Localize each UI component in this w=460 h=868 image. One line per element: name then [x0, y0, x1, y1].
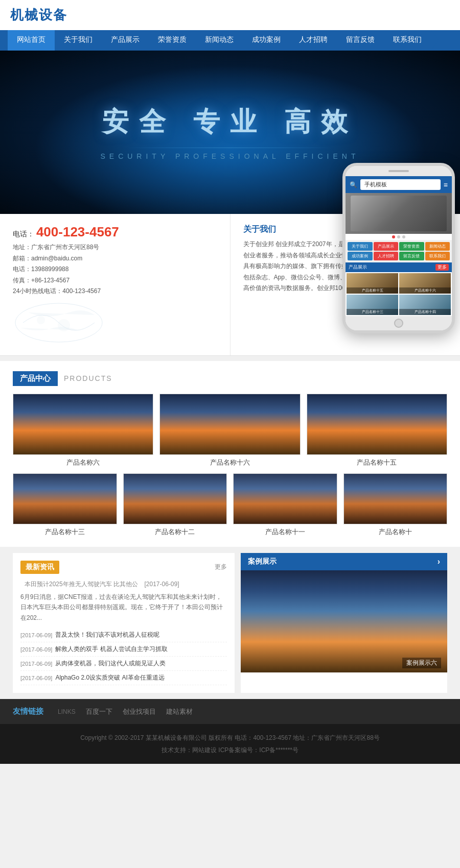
mobile-nav-honors[interactable]: 荣誉资质	[399, 242, 424, 251]
mobile-mockup: 🔍 手机模板 ≡ 关于我们 产品展示 荣誉资质 新闻动态 成功案例 人才招聘 留…	[342, 163, 455, 333]
footer-links-title-en: LINKS	[58, 708, 76, 715]
phone-label: 电话： 400-123-4567	[13, 224, 217, 240]
news-list-item-2[interactable]: [2017-06-09] 解救人类的双手 机器人尝试自主学习抓取	[20, 642, 227, 657]
mobile-product-1-label: 产品名称十五	[347, 287, 398, 294]
products-section: 产品中心 PRODUCTS 产品名称六 产品名称十六 产品名称十五 产品名称十三…	[0, 361, 460, 547]
footer-copy-line1: Copyright © 2002-2017 某某机械设备有限公司 版权所有 电话…	[13, 732, 447, 744]
nav-item-feedback[interactable]: 留言反馈	[337, 30, 384, 51]
products-row-2: 产品名称十三 产品名称十二 产品名称十一 产品名称十	[13, 473, 447, 537]
footer-copy-line2: 技术支持：网站建设 ICP备案编号：ICP备*******号	[13, 744, 447, 756]
news-main-title[interactable]: 本田预计2025年推无人驾驶汽车 比其他公 [2017-06-09]	[20, 579, 227, 589]
info-hotline: 24小时热线电话：400-123-4567	[13, 286, 217, 297]
mobile-nav-cases[interactable]: 成功案例	[348, 252, 373, 260]
footer-links-title: 友情链接	[13, 707, 43, 716]
mobile-search-input[interactable]: 手机模板	[360, 179, 441, 190]
phone-number: 400-123-4567	[36, 224, 119, 239]
mobile-menu-icon: ≡	[444, 181, 448, 189]
mobile-product-3-label: 产品名称十三	[347, 309, 398, 315]
header: 机械设备	[0, 0, 460, 30]
news-cases-section: 最新资讯 更多 本田预计2025年推无人驾驶汽车 比其他公 [2017-06-0…	[0, 547, 460, 699]
mobile-products-grid: 产品名称十五 产品名称十六 产品名称十三 产品名称十四	[346, 272, 452, 316]
mobile-product-4: 产品名称十四	[399, 295, 451, 315]
nav-triangle-right	[431, 30, 439, 51]
info-section: 电话： 400-123-4567 地址：广东省广州市天河区88号 邮箱：admi…	[0, 214, 460, 356]
products-row-1: 产品名称六 产品名称十六 产品名称十五	[13, 394, 447, 467]
mobile-nav-recruit[interactable]: 人才招聘	[374, 252, 399, 260]
cases-arrow-icon[interactable]: ›	[438, 557, 440, 566]
news-header: 最新资讯 更多	[20, 561, 227, 574]
nav-item-products[interactable]: 产品展示	[102, 30, 149, 51]
product-item-16[interactable]: 产品名称十六	[159, 394, 300, 467]
nav-item-cases[interactable]: 成功案例	[243, 30, 290, 51]
news-list-item-4[interactable]: [2017-06-09] AlphaGo 2.0设实质突破 AI革命任重道远	[20, 671, 227, 685]
logo: 机械设备	[10, 6, 67, 24]
news-list-item-1[interactable]: [2017-06-09] 普及太快！我们该不该对机器人征税呢	[20, 628, 227, 642]
banner-line	[128, 148, 332, 148]
mobile-nav-feedback[interactable]: 留言反馈	[399, 252, 424, 260]
product-item-11[interactable]: 产品名称十一	[233, 473, 337, 537]
product-item-15[interactable]: 产品名称十五	[307, 394, 447, 467]
products-title-en: PRODUCTS	[64, 374, 112, 382]
news-list-item-3[interactable]: [2017-06-09] 从肉体变机器，我们这代人或能见证人类	[20, 657, 227, 671]
info-tel: 电话：13988999988	[13, 264, 217, 275]
news-excerpt: 6月9日消息，据CNET报道，过去在谈论无人驾驶汽车和其他未来计划时，日本汽车巨…	[20, 592, 227, 623]
mobile-product-4-label: 产品名称十四	[399, 309, 451, 315]
product-name-11: 产品名称十一	[233, 527, 337, 537]
nav-item-about[interactable]: 关于我们	[55, 30, 102, 51]
cases-title-bar: 案例展示 ›	[241, 553, 447, 570]
info-address: 地址：广东省广州市天河区88号	[13, 242, 217, 253]
mobile-nav-products[interactable]: 产品展示	[374, 242, 399, 251]
product-item-13[interactable]: 产品名称十三	[13, 473, 117, 537]
mobile-product-section-title: 产品展示 更多	[346, 262, 452, 272]
products-header: 产品中心 PRODUCTS	[13, 371, 447, 386]
navigation: 网站首页 关于我们 产品展示 荣誉资质 新闻动态 成功案例 人才招聘 留言反馈 …	[0, 30, 460, 51]
mobile-product-3: 产品名称十三	[347, 295, 398, 315]
svg-point-2	[58, 319, 70, 331]
product-item-6[interactable]: 产品名称六	[13, 394, 153, 467]
nav-triangle-left	[0, 30, 8, 51]
mobile-nav-grid: 关于我们 产品展示 荣誉资质 新闻动态 成功案例 人才招聘 留言反馈 联系我们	[346, 240, 452, 262]
mobile-home-button[interactable]	[394, 319, 403, 328]
product-name-12: 产品名称十二	[123, 527, 227, 537]
mobile-nav-about[interactable]: 关于我们	[348, 242, 373, 251]
product-item-10[interactable]: 产品名称十	[343, 473, 448, 537]
nav-item-contact[interactable]: 联系我们	[384, 30, 431, 51]
banner-title: 安全 专业 高效	[102, 104, 358, 140]
mobile-search-bar: 🔍 手机模板 ≡	[346, 176, 452, 193]
cases-column: 案例展示 › 案例展示六	[241, 553, 447, 693]
world-map-icon	[13, 302, 105, 343]
nav-item-news[interactable]: 新闻动态	[196, 30, 243, 51]
mobile-screen: 🔍 手机模板 ≡ 关于我们 产品展示 荣誉资质 新闻动态 成功案例 人才招聘 留…	[346, 176, 452, 316]
svg-point-1	[37, 316, 45, 324]
footer-link-website[interactable]: 建站素材	[166, 707, 193, 716]
info-email: 邮箱：admin@baidu.com	[13, 253, 217, 264]
cases-image-label: 案例展示六	[402, 658, 441, 668]
products-title: 产品中心	[13, 371, 58, 386]
cases-title: 案例展示	[248, 557, 277, 566]
product-name-10: 产品名称十	[343, 527, 448, 537]
banner-subtitle: SECURITY PROFESSIONAL EFFICIENT	[100, 152, 359, 160]
mobile-dots	[346, 234, 452, 240]
news-more-link[interactable]: 更多	[215, 563, 227, 571]
nav-item-recruit[interactable]: 人才招聘	[290, 30, 337, 51]
product-name-6: 产品名称六	[13, 458, 153, 467]
product-name-16: 产品名称十六	[159, 458, 300, 467]
cases-image: 案例展示六	[241, 570, 447, 672]
mobile-product-2: 产品名称十六	[399, 273, 451, 294]
mobile-product-2-label: 产品名称十六	[399, 287, 451, 294]
mobile-top-bar	[346, 166, 452, 176]
nav-item-home[interactable]: 网站首页	[8, 30, 55, 51]
news-title: 最新资讯	[20, 561, 59, 574]
info-fax: 传真：+86-123-4567	[13, 275, 217, 286]
info-left: 电话： 400-123-4567 地址：广东省广州市天河区88号 邮箱：admi…	[0, 214, 230, 355]
mobile-speaker	[388, 170, 409, 172]
footer-links: 友情链接 LINKS 百度一下 创业找项目 建站素材	[0, 699, 460, 724]
nav-item-honors[interactable]: 荣誉资质	[149, 30, 196, 51]
footer-copyright: Copyright © 2002-2017 某某机械设备有限公司 版权所有 电话…	[0, 724, 460, 764]
footer-link-baidu[interactable]: 百度一下	[86, 707, 112, 716]
mobile-nav-news[interactable]: 新闻动态	[425, 242, 450, 251]
mobile-product-1: 产品名称十五	[347, 273, 398, 294]
mobile-nav-contact[interactable]: 联系我们	[425, 252, 450, 260]
product-item-12[interactable]: 产品名称十二	[123, 473, 227, 537]
footer-link-startup[interactable]: 创业找项目	[123, 707, 156, 716]
